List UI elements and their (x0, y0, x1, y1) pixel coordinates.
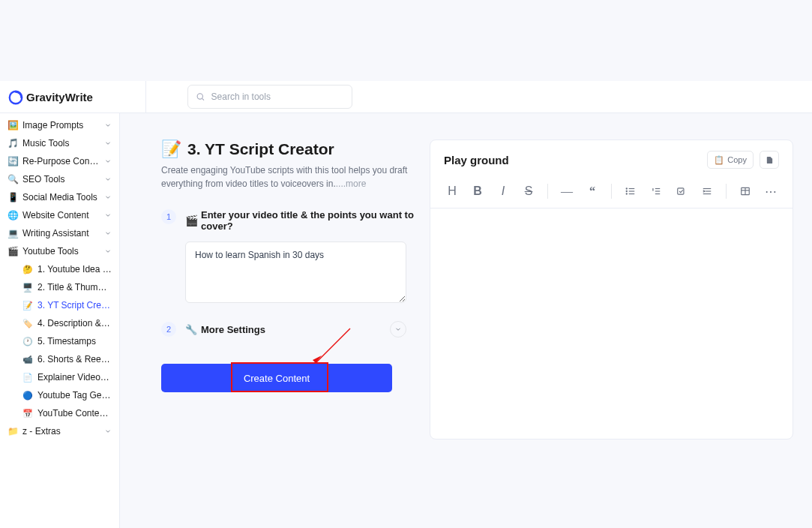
sidebar-sub-item[interactable]: 🏷️4. Description & Tags (0, 314, 119, 332)
nav-icon: 🔍 (7, 174, 18, 184)
sidebar-sub-item[interactable]: 📹6. Shorts & Reels Cr... (0, 350, 119, 368)
playground-panel: Play ground 📋 Copy H B I (430, 140, 793, 440)
expand-settings-button[interactable] (390, 321, 406, 338)
sub-icon: 🖥️ (22, 282, 33, 292)
memo-icon: 📝 (161, 140, 181, 159)
sub-icon: 🔵 (22, 390, 33, 400)
sub-icon: 🤔 (22, 264, 33, 274)
more-link[interactable]: ....more (336, 178, 367, 189)
clapper-icon: 🎬 (185, 214, 198, 226)
sidebar-item[interactable]: 🎬Youtube Tools (0, 242, 119, 260)
nav-icon: 🎵 (7, 138, 18, 148)
italic-button[interactable]: I (492, 181, 514, 202)
chevron-down-icon (104, 176, 112, 183)
number-list-button[interactable] (645, 181, 667, 202)
file-icon (766, 156, 774, 164)
sub-icon: 📅 (22, 408, 33, 418)
bullet-list-button[interactable] (619, 181, 642, 202)
sidebar-item-extras[interactable]: 📁 z - Extras (0, 422, 119, 440)
editor-toolbar: H B I S — “ ⋯ (430, 175, 793, 208)
sidebar-sub-item[interactable]: 🤔1. Youtube Idea Gen... (0, 260, 119, 278)
svg-point-9 (626, 190, 627, 191)
sidebar-item[interactable]: 🌐Website Content (0, 206, 119, 224)
sub-icon: 📹 (22, 354, 33, 364)
chevron-down-icon (104, 428, 112, 435)
nav-icon: 🎬 (7, 246, 18, 256)
nav-icon: 💻 (7, 228, 18, 238)
sidebar-sub-item[interactable]: 🕐5. Timestamps (0, 332, 119, 350)
logo-text: GravityWrite (26, 91, 93, 104)
download-button[interactable] (760, 151, 779, 169)
nav-icon: 🔄 (7, 156, 18, 166)
indent-button[interactable] (696, 181, 718, 202)
separator (726, 184, 727, 199)
content: 📝 3. YT Script Creator Create engaging Y… (120, 113, 812, 528)
chevron-down-icon (104, 158, 112, 165)
sidebar-sub-item[interactable]: 🔵Youtube Tag Genera... (0, 386, 119, 404)
svg-point-8 (626, 188, 627, 189)
playground-title: Play ground (444, 154, 509, 166)
sidebar-item[interactable]: 🎵Music Tools (0, 134, 119, 152)
create-content-button[interactable]: Create Content (161, 364, 392, 392)
chevron-down-icon (104, 212, 112, 219)
bold-button[interactable]: B (466, 181, 489, 202)
sidebar[interactable]: 🖼️Image Prompts🎵Music Tools🔄Re-Purpose C… (0, 113, 120, 528)
chevron-down-icon (394, 326, 402, 333)
heading-button[interactable]: H (441, 181, 463, 202)
sidebar-item[interactable]: 🔄Re-Purpose Content (0, 152, 119, 170)
sidebar-item[interactable]: 💻Writing Assistant (0, 224, 119, 242)
form-panel: 📝 3. YT Script Creator Create engaging Y… (161, 140, 416, 509)
logo[interactable]: GravityWrite (0, 81, 146, 113)
sub-icon: 🕐 (22, 336, 33, 346)
search-input-wrap[interactable] (187, 85, 352, 109)
sidebar-sub-item[interactable]: 🖥️2. Title & Thumbnail ... (0, 278, 119, 296)
nav-icon: 🖼️ (7, 120, 18, 130)
separator (611, 184, 612, 199)
search-input[interactable] (211, 92, 344, 102)
sub-icon: 📄 (22, 372, 33, 382)
page-title: 📝 3. YT Script Creator (161, 140, 416, 159)
logo-icon (7, 89, 24, 106)
search-icon (196, 92, 205, 102)
chevron-down-icon (104, 248, 112, 255)
checklist-button[interactable] (670, 181, 693, 202)
svg-point-10 (626, 194, 627, 194)
top-spacer (0, 0, 812, 81)
sidebar-sub-item[interactable]: 📅YouTube Content Pl... (0, 404, 119, 422)
sidebar-item[interactable]: 📱Social Media Tools (0, 188, 119, 206)
chevron-down-icon (104, 194, 112, 201)
field-label: 🎬 Enter your video title & the points yo… (185, 209, 416, 232)
chevron-down-icon (104, 140, 112, 147)
table-button[interactable] (734, 181, 757, 202)
sidebar-item[interactable]: 🔍SEO Tools (0, 170, 119, 188)
sub-icon: 📝 (22, 300, 33, 310)
more-settings-label: 🔧 More Settings (185, 324, 381, 335)
sub-icon: 🏷️ (22, 318, 33, 328)
chevron-down-icon (104, 122, 112, 129)
nav-icon: 🌐 (7, 210, 18, 220)
nav-icon: 📱 (7, 192, 18, 202)
folder-icon: 📁 (7, 426, 18, 436)
more-button[interactable]: ⋯ (760, 181, 782, 202)
strike-button[interactable]: S (517, 181, 540, 202)
svg-rect-14 (678, 188, 684, 194)
title-input[interactable] (185, 242, 406, 303)
hr-button[interactable]: — (556, 181, 578, 202)
sidebar-sub-item[interactable]: 📝3. YT Script Creator (0, 296, 119, 314)
clipboard-icon: 📋 (714, 155, 724, 165)
copy-button[interactable]: 📋 Copy (707, 151, 754, 169)
sidebar-item[interactable]: 🖼️Image Prompts (0, 116, 119, 134)
quote-button[interactable]: “ (581, 181, 604, 202)
step-1-badge: 1 (161, 209, 176, 224)
page-description: Create engaging YouTube scripts with thi… (161, 164, 416, 190)
step-2-badge: 2 (161, 322, 176, 337)
svg-line-2 (202, 98, 204, 100)
sidebar-sub-item[interactable]: 📄Explainer Video Script (0, 368, 119, 386)
header: GravityWrite (0, 81, 812, 113)
svg-marker-4 (313, 356, 322, 363)
wrench-icon: 🔧 (185, 324, 197, 335)
separator (547, 184, 548, 199)
chevron-down-icon (104, 230, 112, 237)
svg-point-1 (197, 94, 202, 99)
